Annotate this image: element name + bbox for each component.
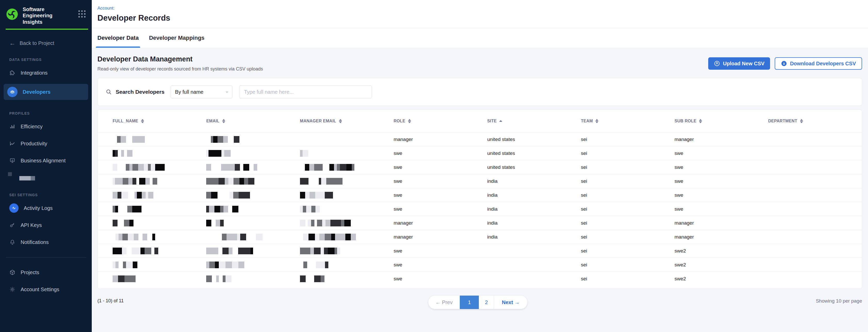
- cell-site: united states: [487, 150, 581, 156]
- cell-full_name: [113, 275, 206, 282]
- column-header-manager_email[interactable]: MANAGER EMAIL: [300, 119, 394, 123]
- cell-role: manager: [394, 234, 487, 240]
- column-label: FULL_NAME: [113, 119, 138, 123]
- column-header-full_name[interactable]: FULL_NAME: [113, 119, 206, 123]
- cell-full_name: [113, 136, 206, 143]
- cell-team: sei: [581, 262, 675, 268]
- sidebar-item-notifications[interactable]: Notifications: [4, 236, 88, 248]
- sort-asc-icon: [499, 120, 502, 122]
- column-header-team[interactable]: TEAM: [581, 119, 675, 123]
- download-developers-csv-button[interactable]: Download Developers CSV: [775, 57, 862, 70]
- column-label: SITE: [487, 119, 497, 123]
- cell-sub_role: manager: [675, 234, 768, 240]
- content: Developer Data Management Read-only view…: [92, 48, 868, 311]
- cell-team: sei: [581, 150, 675, 156]
- back-arrow-icon: ←: [9, 40, 16, 46]
- sort-icon: [699, 119, 702, 123]
- cell-sub_role: manager: [675, 220, 768, 226]
- cell-email: [206, 178, 300, 185]
- page-button-2[interactable]: 2: [479, 296, 494, 309]
- breadcrumb-account-link[interactable]: Account:: [97, 6, 862, 11]
- redacted-value: [300, 220, 394, 226]
- column-header-role[interactable]: ROLE: [394, 119, 487, 123]
- app-grid-icon[interactable]: [79, 10, 86, 18]
- sidebar-item-redacted[interactable]: [0, 172, 92, 182]
- prev-page-button[interactable]: ← Prev: [428, 300, 460, 305]
- next-page-button[interactable]: Next →: [494, 300, 527, 305]
- sidebar-item-integrations[interactable]: Integrations: [4, 67, 88, 79]
- back-to-project-link[interactable]: ← Back to Project: [9, 40, 92, 46]
- redacted-value: [206, 192, 300, 198]
- search-input[interactable]: [239, 85, 372, 99]
- cell-email: [206, 275, 300, 282]
- sidebar-item-efficiency[interactable]: Efficiency: [4, 120, 88, 133]
- cell-manager_email: [300, 150, 394, 157]
- table-row: sweunited statesseiswe: [98, 146, 862, 160]
- page-header: Account: Developer Records: [92, 0, 868, 28]
- cell-full_name: [113, 164, 206, 171]
- cell-role: swe: [394, 192, 487, 198]
- cell-manager_email: [300, 233, 394, 240]
- cell-sub_role: swe2: [675, 248, 768, 254]
- tab-developer-mappings[interactable]: Developer Mappings: [149, 28, 205, 48]
- cell-role: manager: [394, 220, 487, 226]
- csv-actions: Upload New CSV Download Developers CSV: [708, 57, 862, 70]
- tab-developer-data[interactable]: Developer Data: [97, 28, 138, 48]
- cell-sub_role: swe: [675, 178, 768, 184]
- sort-icon: [339, 119, 342, 123]
- cell-manager_email: [300, 164, 394, 171]
- cell-full_name: [113, 220, 206, 226]
- cell-site: united states: [487, 164, 581, 170]
- column-header-department[interactable]: DEPARTMENT: [768, 119, 862, 123]
- cell-role: swe: [394, 248, 487, 254]
- redacted-value: [300, 248, 394, 254]
- section-header-row: Developer Data Management Read-only view…: [97, 55, 862, 72]
- sidebar-item-label: Activity Logs: [24, 205, 53, 211]
- redacted-value: [113, 178, 206, 185]
- sidebar-item-activity-logs[interactable]: Activity Logs: [4, 202, 88, 214]
- sidebar-item-business-alignment[interactable]: Business Alignment: [4, 155, 88, 167]
- search-label: Search Developers: [116, 89, 164, 95]
- sidebar-item-account-settings[interactable]: Account Settings: [4, 283, 88, 295]
- redacted-value: [206, 261, 300, 268]
- redacted-value: [206, 178, 300, 185]
- search-filter-select[interactable]: By full name ˅: [170, 85, 232, 99]
- cell-role: swe: [394, 262, 487, 268]
- cell-full_name: [113, 233, 206, 240]
- cell-role: manager: [394, 137, 487, 142]
- cell-sub_role: swe2: [675, 262, 768, 268]
- column-header-email[interactable]: EMAIL: [206, 119, 300, 123]
- column-label: DEPARTMENT: [768, 119, 797, 123]
- redacted-value: [113, 206, 206, 213]
- sidebar: Software Engineering Insights ← Back to …: [0, 0, 92, 332]
- cell-full_name: [113, 206, 206, 213]
- sidebar-item-label: Productivity: [21, 141, 47, 147]
- sidebar-item-projects[interactable]: Projects: [4, 267, 88, 278]
- app-logo-row: Software Engineering Insights: [0, 0, 92, 25]
- sidebar-item-developers[interactable]: Developers: [4, 84, 88, 100]
- cell-role: swe: [394, 276, 487, 282]
- cell-email: [206, 261, 300, 268]
- column-header-site[interactable]: SITE: [487, 119, 581, 123]
- page-button-1[interactable]: 1: [460, 296, 479, 309]
- sidebar-item-label: Projects: [21, 270, 39, 275]
- cell-email: [206, 220, 300, 226]
- cell-manager_email: [300, 220, 394, 226]
- cell-email: [206, 136, 300, 143]
- upload-new-csv-button[interactable]: Upload New CSV: [708, 57, 770, 70]
- cell-manager_email: [300, 206, 394, 213]
- cell-manager_email: [300, 248, 394, 254]
- line-chart-icon: [9, 140, 16, 147]
- sidebar-item-label: Integrations: [21, 70, 48, 76]
- column-header-sub_role[interactable]: SUB ROLE: [675, 119, 768, 123]
- column-label: TEAM: [581, 119, 593, 123]
- cell-team: sei: [581, 248, 675, 254]
- cell-full_name: [113, 248, 206, 254]
- cell-full_name: [113, 150, 206, 157]
- search-filter-value: By full name: [175, 89, 203, 95]
- section-sei-settings: SEI SETTINGS: [9, 193, 92, 197]
- sidebar-item-label: API Keys: [21, 222, 42, 228]
- app-title: Software Engineering Insights: [23, 6, 73, 25]
- sidebar-item-api-keys[interactable]: API Keys: [4, 219, 88, 231]
- sidebar-item-productivity[interactable]: Productivity: [4, 138, 88, 149]
